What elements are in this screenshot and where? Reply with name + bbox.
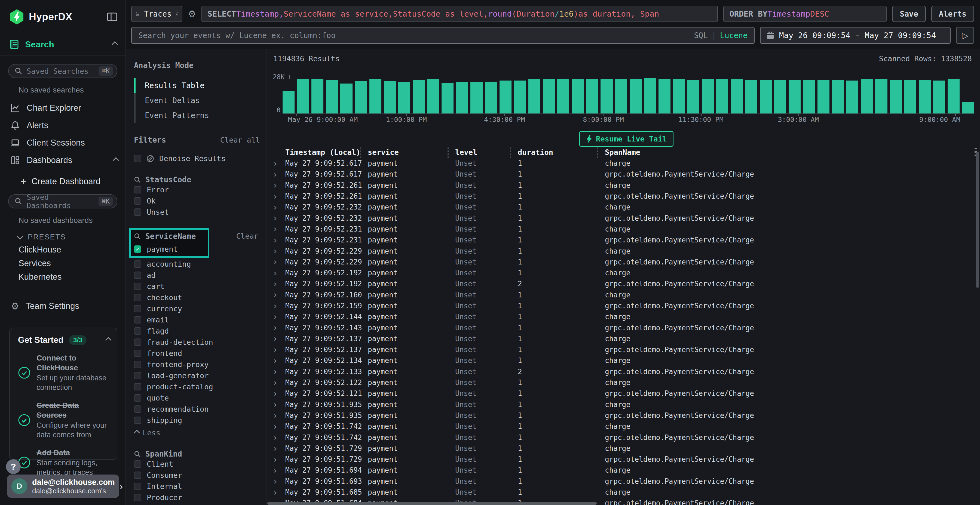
filter-item[interactable]: flagd bbox=[134, 326, 260, 337]
sidebar-item-dashboards[interactable]: Dashboards bbox=[8, 152, 117, 169]
row-expand-chevron-icon[interactable]: › bbox=[272, 476, 282, 486]
order-by-editor[interactable]: ORDER BY Timestamp DESC bbox=[723, 6, 887, 22]
row-expand-chevron-icon[interactable]: › bbox=[272, 422, 282, 431]
run-search-button[interactable]: ▷ bbox=[956, 27, 974, 44]
sidebar-item-chart-explorer[interactable]: Chart Explorer bbox=[8, 99, 117, 117]
checkbox[interactable] bbox=[134, 208, 141, 216]
sidebar-item-alerts[interactable]: Alerts bbox=[8, 117, 117, 134]
sidebar-item-search[interactable]: Search bbox=[0, 37, 126, 52]
row-expand-chevron-icon[interactable]: › bbox=[272, 345, 282, 354]
filter-item[interactable]: accounting bbox=[134, 259, 260, 270]
table-row[interactable]: ›May 27 9:09:51.694 AMpaymentUnset1charg… bbox=[272, 465, 967, 476]
histogram-bar[interactable] bbox=[442, 83, 453, 113]
table-row[interactable]: ›May 27 9:09:52.192 AMpaymentUnset1charg… bbox=[272, 267, 967, 278]
denoise-results-row[interactable]: Denoise Results bbox=[134, 154, 260, 163]
histogram-bar[interactable] bbox=[846, 81, 858, 113]
histogram-bar[interactable] bbox=[948, 79, 959, 113]
analysis-mode-results-table[interactable]: Results Table bbox=[134, 78, 260, 93]
table-row[interactable]: ›May 27 9:09:52.231 AMpaymentUnset1grpc.… bbox=[272, 235, 967, 245]
checkbox[interactable] bbox=[134, 483, 141, 490]
preset-item-clickhouse[interactable]: ClickHouse bbox=[19, 243, 117, 257]
histogram-bar[interactable] bbox=[470, 82, 482, 113]
source-select[interactable]: Traces bbox=[131, 6, 182, 22]
row-expand-chevron-icon[interactable]: › bbox=[272, 159, 282, 168]
filter-item[interactable]: load-generator bbox=[134, 370, 260, 381]
checkbox[interactable] bbox=[134, 394, 141, 402]
checkbox[interactable] bbox=[134, 383, 141, 391]
histogram-bar[interactable] bbox=[601, 79, 612, 113]
filter-group-clear-link[interactable]: Clear bbox=[236, 232, 258, 240]
table-row[interactable]: ›May 27 9:09:52.137 AMpaymentUnset1grpc.… bbox=[272, 344, 967, 355]
row-expand-chevron-icon[interactable]: › bbox=[272, 235, 282, 245]
filter-item[interactable]: checkout bbox=[134, 292, 260, 303]
row-expand-chevron-icon[interactable]: › bbox=[272, 367, 282, 376]
histogram-bar[interactable] bbox=[572, 79, 584, 113]
clear-all-filters-link[interactable]: Clear all bbox=[220, 136, 260, 144]
row-expand-chevron-icon[interactable]: › bbox=[272, 400, 282, 409]
saved-searches-input[interactable]: Saved Searches ⌘K bbox=[8, 64, 117, 78]
table-row[interactable]: ›May 27 9:09:51.685 AMpaymentUnset1charg… bbox=[272, 487, 967, 498]
table-row[interactable]: ›May 27 9:09:52.261 AMpaymentUnset1charg… bbox=[272, 180, 967, 191]
row-expand-chevron-icon[interactable]: › bbox=[272, 443, 282, 453]
row-expand-chevron-icon[interactable]: › bbox=[272, 465, 282, 475]
checkbox[interactable] bbox=[134, 327, 141, 335]
sidebar-collapse-icon[interactable] bbox=[107, 13, 117, 21]
filter-item[interactable]: Ok bbox=[134, 195, 260, 206]
histogram-bar[interactable] bbox=[326, 80, 338, 113]
checkbox[interactable] bbox=[134, 349, 141, 357]
table-row[interactable]: ›May 27 9:09:51.742 AMpaymentUnset1grpc.… bbox=[272, 432, 967, 443]
row-expand-chevron-icon[interactable]: › bbox=[272, 180, 282, 190]
histogram-bar[interactable] bbox=[933, 81, 945, 113]
histogram-bar[interactable] bbox=[340, 84, 352, 113]
histogram-bar[interactable] bbox=[427, 79, 439, 113]
filter-item[interactable]: Client bbox=[134, 459, 260, 470]
table-row[interactable]: ›May 27 9:09:52.144 AMpaymentUnset1charg… bbox=[272, 311, 967, 322]
histogram-bar[interactable] bbox=[543, 79, 555, 113]
save-button[interactable]: Save bbox=[892, 6, 926, 22]
table-row[interactable]: ›May 27 9:09:51.935 AMpaymentUnset1charg… bbox=[272, 399, 967, 410]
column-header-spanname[interactable]: SpanName bbox=[601, 148, 967, 156]
row-expand-chevron-icon[interactable]: › bbox=[272, 378, 282, 387]
sidebar-item-client-sessions[interactable]: Client Sessions bbox=[8, 134, 117, 152]
checkbox[interactable] bbox=[134, 283, 141, 290]
table-row[interactable]: ›May 27 9:09:52.122 AMpaymentUnset1charg… bbox=[272, 377, 967, 388]
row-expand-chevron-icon[interactable]: › bbox=[272, 433, 282, 442]
mode-sql-toggle[interactable]: SQL bbox=[694, 31, 708, 40]
row-expand-chevron-icon[interactable]: › bbox=[272, 290, 282, 300]
presets-toggle[interactable]: PRESETS bbox=[19, 233, 117, 241]
histogram-bar[interactable] bbox=[615, 79, 627, 113]
column-header-duration[interactable]: duration bbox=[514, 148, 601, 156]
row-expand-chevron-icon[interactable]: › bbox=[272, 455, 282, 464]
horizontal-scrollbar[interactable] bbox=[267, 502, 597, 505]
date-range-picker[interactable]: May 26 09:09:54 - May 27 09:09:54 bbox=[760, 27, 951, 44]
table-row[interactable]: ›May 27 9:09:52.121 AMpaymentUnset1grpc.… bbox=[272, 388, 967, 399]
table-row[interactable]: ›May 27 9:09:51.742 AMpaymentUnset1charg… bbox=[272, 421, 967, 432]
table-row[interactable]: ›May 27 9:09:52.143 AMpaymentUnset1grpc.… bbox=[272, 322, 967, 333]
chevron-up-icon[interactable] bbox=[105, 337, 111, 343]
histogram-bar[interactable] bbox=[832, 80, 844, 113]
table-row[interactable]: ›May 27 9:09:52.617 AMpaymentUnset1charg… bbox=[272, 158, 967, 169]
table-row[interactable]: ›May 27 9:09:51.935 AMpaymentUnset1grpc.… bbox=[272, 410, 967, 421]
show-less-toggle[interactable]: Less bbox=[134, 429, 260, 437]
histogram-bar[interactable] bbox=[789, 80, 800, 113]
user-menu[interactable]: D dale@clickhouse.com dale@clickhouse.co… bbox=[7, 475, 119, 498]
histogram-bar[interactable] bbox=[745, 80, 757, 113]
row-expand-chevron-icon[interactable]: › bbox=[272, 356, 282, 365]
checkbox[interactable] bbox=[134, 272, 141, 279]
histogram-bar[interactable] bbox=[818, 80, 829, 113]
table-row[interactable]: ›May 27 9:09:51.729 AMpaymentUnset1grpc.… bbox=[272, 454, 967, 465]
checkbox[interactable] bbox=[134, 305, 141, 312]
histogram-bar[interactable] bbox=[774, 80, 786, 113]
filter-item[interactable]: recommendation bbox=[134, 403, 260, 414]
row-expand-chevron-icon[interactable]: › bbox=[272, 334, 282, 343]
filter-item[interactable]: shipping bbox=[134, 414, 260, 426]
row-expand-chevron-icon[interactable]: › bbox=[272, 246, 282, 256]
histogram-bar[interactable] bbox=[369, 79, 381, 113]
column-header-service[interactable]: service bbox=[364, 148, 452, 156]
table-row[interactable]: ›May 27 9:09:52.160 AMpaymentUnset1charg… bbox=[272, 289, 967, 300]
row-expand-chevron-icon[interactable]: › bbox=[272, 312, 282, 322]
denoise-checkbox[interactable] bbox=[134, 155, 141, 162]
histogram-bar[interactable] bbox=[904, 80, 916, 113]
resume-live-tail-button[interactable]: Resume Live Tail bbox=[579, 131, 673, 147]
table-row[interactable]: ›May 27 9:09:51.693 AMpaymentUnset1grpc.… bbox=[272, 476, 967, 487]
